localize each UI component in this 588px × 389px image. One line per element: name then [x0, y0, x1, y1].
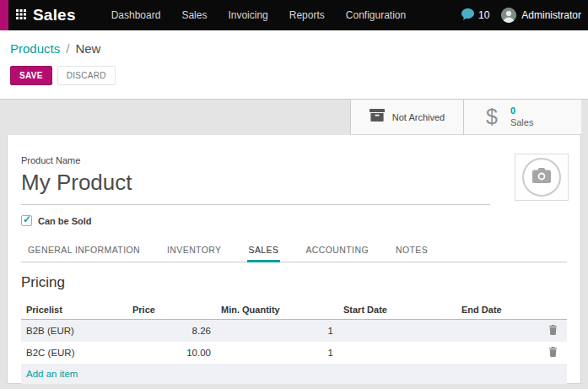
app-title: Sales: [33, 6, 76, 24]
trash-icon: [548, 327, 558, 337]
top-menu: Dashboard Sales Invoicing Reports Config…: [111, 9, 407, 21]
col-header-pricelist[interactable]: Pricelist: [21, 300, 127, 320]
breadcrumb-current: New: [75, 41, 100, 56]
col-header-end-date[interactable]: End Date: [456, 300, 538, 320]
pricelist-row-b2b[interactable]: B2B (EUR) 8.26 1: [21, 320, 567, 343]
cell-pricelist[interactable]: B2C (EUR): [21, 342, 127, 364]
archive-box-icon: [370, 109, 385, 125]
tab-sales[interactable]: SALES: [247, 240, 281, 262]
user-menu[interactable]: Administrator: [501, 8, 581, 23]
breadcrumb-separator: /: [66, 41, 69, 56]
avatar: [501, 8, 516, 23]
sales-stat: 0 Sales: [510, 105, 534, 129]
stat-button-sales[interactable]: $ 0 Sales: [464, 100, 581, 134]
dollar-icon: $: [486, 106, 498, 127]
cell-pricelist[interactable]: B2B (EUR): [21, 320, 127, 343]
notebook-tabs: GENERAL INFORMATION INVENTORY SALES ACCO…: [21, 240, 567, 262]
delete-row-button[interactable]: [538, 342, 567, 364]
can-be-sold-field: Can be Sold: [21, 215, 567, 226]
cell-price[interactable]: 10.00: [127, 342, 216, 364]
top-bar: Sales Dashboard Sales Invoicing Reports …: [0, 0, 588, 30]
user-name: Administrator: [521, 9, 581, 21]
messages-count: 10: [478, 9, 489, 21]
topbar-right: 10 Administrator: [461, 8, 581, 23]
menu-item-invoicing[interactable]: Invoicing: [228, 9, 267, 21]
save-button[interactable]: SAVE: [10, 66, 52, 85]
pricelist-row-b2c[interactable]: B2C (EUR) 10.00 1: [21, 342, 567, 364]
trash-icon: [548, 348, 558, 359]
speech-bubble-icon: [461, 8, 474, 23]
archived-label: Not Archived: [392, 112, 445, 122]
stat-button-box: Not Archived $ 0 Sales: [350, 100, 581, 135]
breadcrumb-link-products[interactable]: Products: [10, 41, 60, 56]
delete-row-button[interactable]: [538, 320, 567, 343]
cell-end-date[interactable]: [456, 320, 538, 343]
form-view: Not Archived $ 0 Sales Product Name: [0, 99, 588, 389]
cell-min-quantity[interactable]: 1: [216, 320, 338, 343]
stat-button-archived[interactable]: Not Archived: [351, 100, 464, 134]
brand-accent-strip: [0, 0, 8, 30]
discard-button[interactable]: DISCARD: [57, 66, 116, 85]
tab-inventory[interactable]: INVENTORY: [165, 240, 223, 262]
cell-start-date[interactable]: [338, 320, 456, 343]
camera-icon: [532, 168, 551, 186]
breadcrumb: Products/New: [10, 41, 578, 56]
can-be-sold-label: Can be Sold: [38, 216, 92, 226]
col-header-min-quantity[interactable]: Min. Quantity: [216, 300, 338, 320]
menu-item-sales[interactable]: Sales: [181, 9, 207, 21]
sales-count: 0: [510, 105, 534, 117]
pricing-section-title: Pricing: [21, 274, 567, 291]
action-buttons: SAVE DISCARD: [10, 66, 578, 85]
col-header-delete: [538, 300, 567, 320]
cell-price[interactable]: 8.26: [127, 320, 216, 343]
cell-min-quantity[interactable]: 1: [216, 342, 338, 364]
sales-stat-label: Sales: [510, 117, 534, 129]
menu-item-reports[interactable]: Reports: [289, 9, 325, 21]
apps-grid-icon: [16, 8, 26, 23]
pricing-table-header-row: Pricelist Price Min. Quantity Start Date…: [21, 300, 567, 320]
cell-end-date[interactable]: [456, 342, 538, 364]
can-be-sold-checkbox[interactable]: [21, 215, 32, 226]
col-header-price[interactable]: Price: [127, 300, 216, 320]
image-circle: [522, 158, 561, 197]
messages-button[interactable]: 10: [461, 8, 489, 23]
control-panel: Products/New SAVE DISCARD: [0, 30, 588, 99]
product-name-input[interactable]: [21, 168, 490, 205]
pricing-table: Pricelist Price Min. Quantity Start Date…: [21, 300, 567, 384]
form-sheet: Product Name Can be Sold GENERAL INFORMA…: [7, 135, 581, 384]
product-image-placeholder[interactable]: [515, 154, 569, 201]
add-item-link[interactable]: Add an item: [26, 369, 78, 379]
product-name-label: Product Name: [21, 155, 567, 165]
odoo-sales-app: Sales Dashboard Sales Invoicing Reports …: [0, 0, 588, 389]
apps-menu-button[interactable]: [16, 8, 26, 23]
cell-start-date[interactable]: [338, 342, 456, 364]
menu-item-dashboard[interactable]: Dashboard: [111, 9, 161, 21]
col-header-start-date[interactable]: Start Date: [338, 300, 456, 320]
tab-notes[interactable]: NOTES: [394, 240, 429, 262]
add-item-row: Add an item: [21, 364, 567, 384]
tab-accounting[interactable]: ACCOUNTING: [304, 240, 370, 262]
menu-item-configuration[interactable]: Configuration: [346, 9, 406, 21]
tab-general-information[interactable]: GENERAL INFORMATION: [26, 240, 142, 262]
